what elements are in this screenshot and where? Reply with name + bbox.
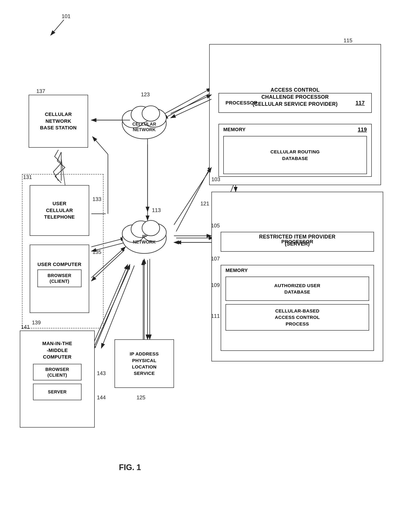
ref-123: 123 (141, 91, 150, 98)
browser-client-2-label: BROWSER (CLIENT) (45, 366, 69, 378)
browser-client-1-label: BROWSER (CLIENT) (47, 273, 71, 284)
ref-111: 111 (211, 313, 220, 319)
man-in-middle-label: MAN-IN-THE -MIDDLE COMPUTER (42, 340, 72, 360)
svg-line-7 (176, 165, 211, 231)
user-computer-box: USER COMPUTER BROWSER (CLIENT) (30, 245, 89, 313)
svg-line-38 (171, 99, 211, 118)
svg-line-52 (93, 137, 108, 154)
ref-121: 121 (200, 200, 209, 207)
svg-line-5 (163, 93, 211, 119)
processor-2-label: PROCESSOR (281, 239, 313, 245)
access-control-box: ACCESS CONTROL CHALLENGE PROCESSOR (CELL… (209, 44, 381, 185)
restricted-item-box: RESTRICTED ITEM PROVIDER (SERVER) PROCES… (211, 192, 383, 361)
svg-text:NETWORK: NETWORK (133, 240, 156, 244)
memory-2-label: MEMORY (225, 268, 248, 273)
ref-139: 139 (32, 319, 41, 326)
svg-text:CELLULAR: CELLULAR (132, 122, 156, 126)
ref-115: 115 (344, 37, 352, 44)
ref-109: 109 (211, 282, 220, 288)
ip-address-location-label: IP ADDRESS PHYSICAL LOCATION SERVICE (130, 351, 159, 377)
svg-line-18 (51, 20, 64, 35)
ref-125: 125 (136, 394, 145, 401)
ref-143: 143 (97, 370, 106, 376)
cellular-base-station-label: CELLULAR NETWORK BASE STATION (40, 111, 77, 131)
user-cellular-telephone-box: USER CELLULAR TELEPHONE (30, 185, 89, 236)
man-in-middle-box: MAN-IN-THE -MIDDLE COMPUTER BROWSER (CLI… (20, 331, 95, 428)
user-cellular-telephone-label: USER CELLULAR TELEPHONE (44, 200, 75, 221)
processor-1-label: PROCESSOR (225, 100, 257, 106)
svg-point-31 (142, 220, 160, 236)
ref-131: 131 (23, 174, 32, 180)
memory-1-label: MEMORY (223, 127, 246, 132)
svg-line-37 (171, 95, 211, 113)
user-computer-label: USER COMPUTER (37, 262, 81, 267)
ref-103: 103 (211, 176, 220, 182)
ref-144: 144 (97, 394, 106, 401)
figure-label: FIG. 1 (119, 463, 141, 472)
ref-141: 141 (21, 324, 30, 330)
ip-address-location-box: IP ADDRESS PHYSICAL LOCATION SERVICE (115, 339, 174, 388)
server-label: SERVER (48, 389, 67, 394)
cellular-network-cloud: CELLULAR NETWORK (119, 97, 169, 141)
ref-105: 105 (211, 223, 220, 229)
svg-line-4 (163, 88, 211, 115)
svg-text:IP: IP (142, 234, 147, 239)
ref-135: 135 (93, 249, 101, 255)
cellular-access-process-label: CELLULAR-BASED ACCESS CONTROL PROCESS (275, 308, 320, 327)
cellular-routing-db-label: CELLULAR ROUTING DATABASE (270, 149, 320, 162)
ref-133: 133 (93, 196, 101, 202)
ref-113: 113 (152, 207, 161, 213)
svg-line-40 (174, 167, 211, 225)
svg-line-48 (101, 266, 134, 348)
cellular-base-station-box: CELLULAR NETWORK BASE STATION (29, 95, 88, 148)
ip-network-cloud: IP NETWORK (119, 212, 169, 256)
svg-point-24 (142, 106, 160, 121)
authorized-user-db-label: AUTHORIZED USER DATABASE (274, 282, 320, 295)
ref-119-inline: 119 (358, 126, 367, 133)
svg-text:NETWORK: NETWORK (133, 127, 156, 132)
ref-137: 137 (36, 88, 45, 94)
ref-117-inline: 117 (355, 100, 365, 106)
ref-107: 107 (211, 256, 220, 262)
